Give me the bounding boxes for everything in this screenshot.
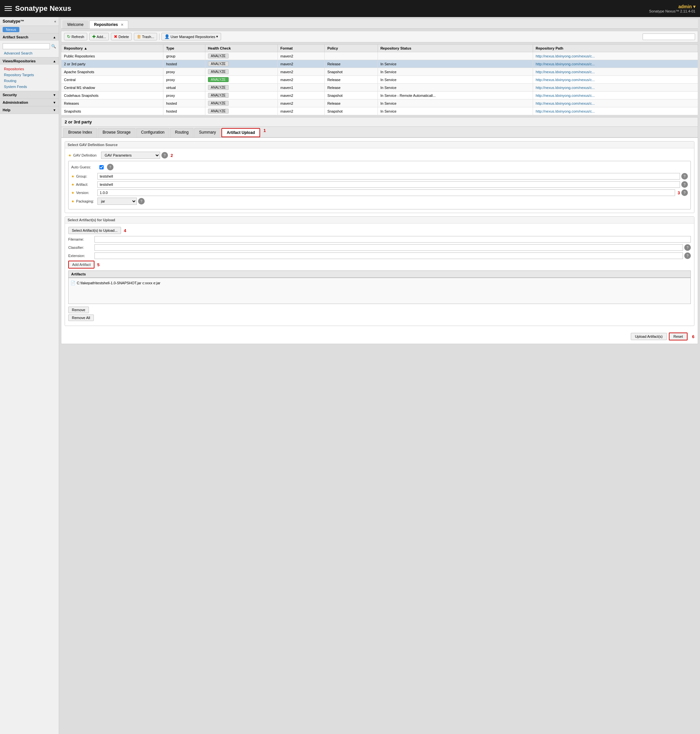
toolbar-search-input[interactable]	[643, 34, 695, 40]
sub-tab-artifact-upload[interactable]: Artifact Upload	[221, 128, 260, 137]
path-link[interactable]: http://nexus.ldxinyong.com/nexus/c...	[536, 62, 595, 66]
path-link[interactable]: http://nexus.ldxinyong.com/nexus/c...	[536, 70, 595, 74]
cell-name: Codehaus Snapshots	[61, 91, 163, 99]
artifact-help-icon[interactable]: ?	[681, 181, 688, 188]
path-link[interactable]: http://nexus.ldxinyong.com/nexus/c...	[536, 85, 595, 90]
path-link[interactable]: http://nexus.ldxinyong.com/nexus/c...	[536, 54, 595, 58]
tab-welcome[interactable]: Welcome	[62, 21, 88, 28]
sidebar-section-security: Security ▼	[0, 91, 59, 99]
remove-button[interactable]: Remove	[68, 307, 89, 313]
extension-help-icon[interactable]: ?	[684, 252, 691, 259]
group-help-icon[interactable]: ?	[681, 173, 688, 180]
nexus-tab[interactable]: Nexus	[3, 27, 19, 32]
extension-input[interactable]	[94, 252, 683, 259]
analyze-btn[interactable]: ANALYZE	[208, 93, 229, 98]
remove-all-button[interactable]: Remove All	[68, 314, 94, 321]
search-bar: 🔍	[0, 42, 59, 50]
table-row[interactable]: Central proxy ANALYZE maven2 Release In …	[61, 76, 698, 84]
sub-tab-routing[interactable]: Routing	[170, 128, 193, 137]
trash-button[interactable]: 🗑 Trash...	[134, 33, 157, 40]
delete-button[interactable]: ✖ Delete	[111, 33, 132, 40]
table-row[interactable]: Snapshots hosted ANALYZE maven2 Snapshot…	[61, 108, 698, 115]
table-row[interactable]: Codehaus Snapshots proxy ANALYZE maven2 …	[61, 91, 698, 99]
sidebar-brand-label: Sonatype™	[3, 19, 24, 24]
sidebar-section-header-help[interactable]: Help ▼	[0, 106, 59, 113]
classifier-help-icon[interactable]: ?	[684, 244, 691, 251]
sidebar-item-system-feeds[interactable]: System Feeds	[0, 84, 59, 90]
add-artifact-button[interactable]: Add Artifact	[68, 261, 94, 268]
sidebar-section-header-artifact-search[interactable]: Artifact Search ▲	[0, 34, 59, 41]
sidebar-section-header-admin[interactable]: Administration ▼	[0, 99, 59, 106]
auto-guess-help-icon[interactable]: ?	[107, 164, 113, 170]
search-icon[interactable]: 🔍	[51, 44, 56, 49]
cell-path: http://nexus.ldxinyong.com/nexus/c...	[533, 52, 698, 60]
gav-help-icon[interactable]: ?	[162, 152, 168, 159]
col-type[interactable]: Type	[163, 45, 205, 52]
add-button[interactable]: ✚ Add...	[89, 33, 109, 40]
path-link[interactable]: http://nexus.ldxinyong.com/nexus/c...	[536, 109, 595, 113]
analyze-btn[interactable]: ANALYZE	[208, 69, 229, 74]
analyze-btn[interactable]: ANALYZE	[208, 53, 229, 59]
sub-tab-browse-index[interactable]: Browse Index	[63, 128, 97, 137]
tab-close-icon[interactable]: ✕	[121, 23, 124, 27]
sidebar-item-repositories[interactable]: Repositories	[0, 66, 59, 72]
analyze-btn[interactable]: ANALYZE	[208, 101, 229, 106]
cell-health: ANALYZE	[205, 91, 278, 99]
col-policy[interactable]: Policy	[324, 45, 378, 52]
sidebar-collapse-btn[interactable]: «	[54, 20, 56, 23]
user-icon: 👤	[164, 34, 169, 39]
table-row[interactable]: Releases hosted ANALYZE maven2 Release I…	[61, 99, 698, 108]
reset-button[interactable]: Reset	[669, 333, 688, 340]
analyze-btn[interactable]: ANALYZE	[208, 85, 229, 90]
filename-input[interactable]	[94, 236, 691, 243]
sub-tab-browse-storage[interactable]: Browse Storage	[98, 128, 135, 137]
search-input[interactable]	[3, 43, 50, 49]
cell-path: http://nexus.ldxinyong.com/nexus/c...	[533, 76, 698, 84]
cell-path: http://nexus.ldxinyong.com/nexus/c...	[533, 84, 698, 91]
upload-artifact-button[interactable]: Upload Artifact(s)	[631, 333, 667, 340]
arrow-icon-help: ▼	[53, 108, 56, 112]
col-health-check[interactable]: Health Check	[205, 45, 278, 52]
advanced-search-link[interactable]: Advanced Search	[0, 50, 59, 56]
packaging-select[interactable]: jar	[97, 198, 137, 205]
version-help-icon[interactable]: ?	[681, 189, 688, 196]
table-row[interactable]: 2 or 3rd party hosted ANALYZE maven2 Rel…	[61, 60, 698, 68]
cell-status: In Service - Remote Automaticall...	[378, 91, 533, 99]
group-input[interactable]	[97, 173, 680, 180]
user-managed-repos-button[interactable]: 👤 User Managed Repositories ▾	[162, 33, 221, 40]
classifier-row: Classifier: ?	[68, 244, 691, 251]
cell-policy: Release	[324, 99, 378, 108]
gav-definition-select[interactable]: GAV Parameters	[101, 152, 160, 159]
sidebar-item-routing[interactable]: Routing	[0, 78, 59, 84]
sidebar-section-header-security[interactable]: Security ▼	[0, 91, 59, 99]
cell-health: ANALYZE	[205, 60, 278, 68]
col-format[interactable]: Format	[278, 45, 324, 52]
path-link[interactable]: http://nexus.ldxinyong.com/nexus/c...	[536, 94, 595, 97]
analyze-btn[interactable]: ANALYZE	[208, 77, 229, 82]
tab-repositories[interactable]: Repositories ✕	[89, 21, 128, 28]
classifier-input[interactable]	[94, 244, 683, 251]
auto-guess-checkbox[interactable]	[99, 165, 104, 169]
artifact-input[interactable]	[97, 181, 680, 188]
table-row[interactable]: Apache Snapshots proxy ANALYZE maven2 Sn…	[61, 68, 698, 76]
col-status[interactable]: Repository Status	[378, 45, 533, 52]
analyze-btn[interactable]: ANALYZE	[208, 61, 229, 66]
select-artifact-button[interactable]: Select Artifact(s) to Upload...	[68, 227, 121, 234]
refresh-button[interactable]: ↻ Refresh	[64, 33, 87, 40]
packaging-help-icon[interactable]: ?	[138, 198, 145, 205]
col-path[interactable]: Repository Path	[533, 45, 698, 52]
username[interactable]: admin ▾	[649, 4, 696, 9]
table-row[interactable]: Central M1 shadow virtual ANALYZE maven1…	[61, 84, 698, 91]
version-input[interactable]	[97, 189, 675, 196]
arrow-icon-views: ▲	[53, 59, 56, 63]
col-repository[interactable]: Repository ▲	[61, 45, 163, 52]
sub-tab-summary[interactable]: Summary	[194, 128, 221, 137]
sidebar-item-repository-targets[interactable]: Repository Targets	[0, 72, 59, 78]
path-link[interactable]: http://nexus.ldxinyong.com/nexus/c...	[536, 102, 595, 105]
analyze-btn[interactable]: ANALYZE	[208, 109, 229, 113]
sidebar-section-header-views[interactable]: Views/Repositories ▲	[0, 57, 59, 65]
hamburger-icon[interactable]	[4, 6, 12, 11]
path-link[interactable]: http://nexus.ldxinyong.com/nexus/c...	[536, 78, 595, 82]
sub-tab-configuration[interactable]: Configuration	[136, 128, 169, 137]
table-row[interactable]: Public Repositories group ANALYZE maven2…	[61, 52, 698, 60]
